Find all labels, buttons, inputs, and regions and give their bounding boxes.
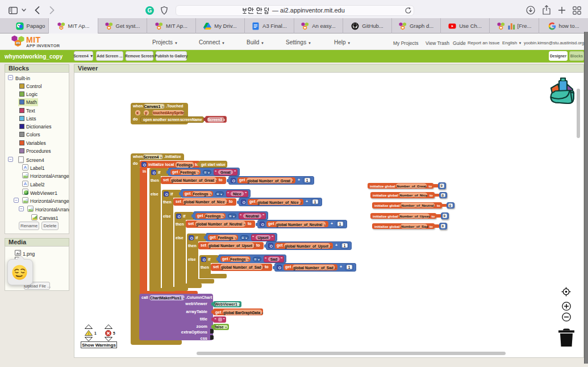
svg-text:!: ! [88, 332, 89, 336]
